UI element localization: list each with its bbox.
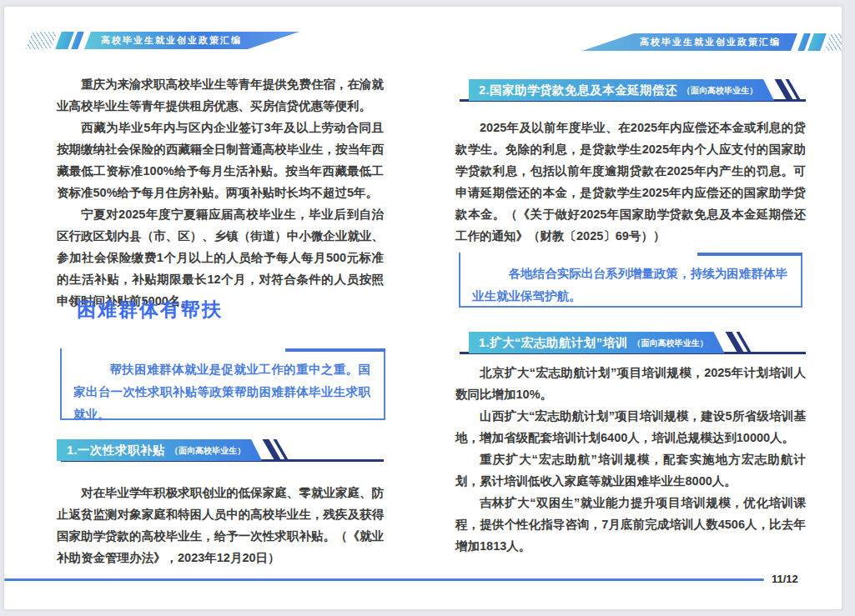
header-ribbon-left: 高校毕业生就业创业政策汇编 bbox=[27, 32, 299, 49]
banner-band: 1.一次性求职补贴 （面向高校毕业生） bbox=[57, 439, 262, 461]
right-banner1-body: 2025年及以前年度毕业、在2025年内应偿还本金或利息的贷款学生。免除的利息，… bbox=[455, 117, 806, 247]
paragraph: 山西扩大“宏志助航计划”项目培训规模，建设5所省级培训基地，增加省级配套培训计划… bbox=[455, 405, 806, 448]
callout-box: 各地结合实际出台系列增量政策，持续为困难群体毕业生就业保驾护航。 bbox=[459, 253, 802, 308]
footer-divider bbox=[4, 578, 764, 581]
banner-band: 2.国家助学贷款免息及本金延期偿还 （面向高校毕业生） bbox=[469, 79, 774, 101]
left-intro-paragraphs: 重庆为来渝求职高校毕业生等青年提供免费住宿，在渝就业高校毕业生等青年提供租房优惠… bbox=[57, 73, 384, 312]
paragraph: 重庆为来渝求职高校毕业生等青年提供免费住宿，在渝就业高校毕业生等青年提供租房优惠… bbox=[57, 73, 384, 117]
hatch-pattern-icon bbox=[824, 33, 842, 51]
right-training-paragraphs: 北京扩大“宏志助航计划”项目培训规模，2025年计划培训人数同比增加10%。 山… bbox=[455, 362, 806, 557]
paragraph: 重庆扩大“宏志助航”培训规模，配套实施地方宏志助航计划，累计培训低收入家庭等就业… bbox=[455, 448, 806, 492]
section-banner: 1.扩大“宏志助航计划”培训 （面向高校毕业生） bbox=[455, 332, 806, 353]
hatch-pattern-icon bbox=[26, 32, 58, 49]
slash-decoration-icon bbox=[781, 79, 795, 101]
section-banner: 1.一次性求职补贴 （面向高校毕业生） bbox=[57, 439, 384, 461]
header-ribbon-title: 高校毕业生就业创业政策汇编 bbox=[84, 32, 299, 49]
banner-tag: （面向高校毕业生） bbox=[682, 85, 757, 97]
ribbon-bar-icon bbox=[807, 33, 827, 51]
paragraph: 对在毕业学年积极求职创业的低保家庭、零就业家庭、防止返贫监测对象家庭和特困人员中… bbox=[57, 482, 384, 568]
slash-decoration-icon bbox=[732, 332, 746, 353]
callout-box: 帮扶困难群体就业是促就业工作的重中之重。国家出台一次性求职补贴等政策帮助困难群体… bbox=[60, 348, 385, 420]
callout-text: 各地结合实际出台系列增量政策，持续为困难群体毕业生就业保驾护航。 bbox=[472, 263, 787, 308]
paragraph: 宁夏对2025年度宁夏籍应届高校毕业生，毕业后到自治区行政区划内县（市、区）、乡… bbox=[57, 203, 384, 312]
header-ribbon-title: 高校毕业生就业创业政策汇编 bbox=[582, 33, 797, 51]
banner-title: 1.一次性求职补贴 bbox=[67, 443, 165, 458]
section-title: 困难群体有帮扶 bbox=[77, 297, 223, 323]
paragraph: 西藏为毕业5年内与区内企业签订3年及以上劳动合同且按期缴纳社会保险的西藏籍全日制… bbox=[57, 117, 384, 203]
left-banner-body: 对在毕业学年积极求职创业的低保家庭、零就业家庭、防止返贫监测对象家庭和特困人员中… bbox=[57, 482, 384, 568]
slash-decoration-icon bbox=[269, 439, 283, 461]
banner-title: 1.扩大“宏志助航计划”培训 bbox=[479, 335, 628, 351]
header-ribbon-right: 高校毕业生就业创业政策汇编 bbox=[582, 33, 842, 51]
section-banner: 2.国家助学贷款免息及本金延期偿还 （面向高校毕业生） bbox=[455, 79, 806, 101]
document-page: 高校毕业生就业创业政策汇编 高校毕业生就业创业政策汇编 重庆为来渝求职高校毕业生… bbox=[4, 7, 842, 609]
callout-text: 帮扶困难群体就业是促就业工作的重中之重。国家出台一次性求职补贴等政策帮助困难群体… bbox=[73, 358, 370, 426]
page-number: 11/12 bbox=[772, 573, 798, 585]
paragraph: 2025年及以前年度毕业、在2025年内应偿还本金或利息的贷款学生。免除的利息，… bbox=[455, 117, 806, 247]
banner-tag: （面向高校毕业生） bbox=[633, 338, 708, 349]
paragraph: 北京扩大“宏志助航计划”项目培训规模，2025年计划培训人数同比增加10%。 bbox=[455, 362, 806, 405]
banner-tag: （面向高校毕业生） bbox=[170, 445, 245, 457]
document-viewer: { "header": { "left_ribbon_text": "高校毕业生… bbox=[0, 0, 855, 616]
paragraph: 吉林扩大“双困生”就业能力提升项目培训规模，优化培训课程，提供个性化指导咨询，7… bbox=[455, 492, 806, 557]
banner-band: 1.扩大“宏志助航计划”培训 （面向高校毕业生） bbox=[469, 332, 725, 353]
banner-title: 2.国家助学贷款免息及本金延期偿还 bbox=[479, 83, 677, 98]
